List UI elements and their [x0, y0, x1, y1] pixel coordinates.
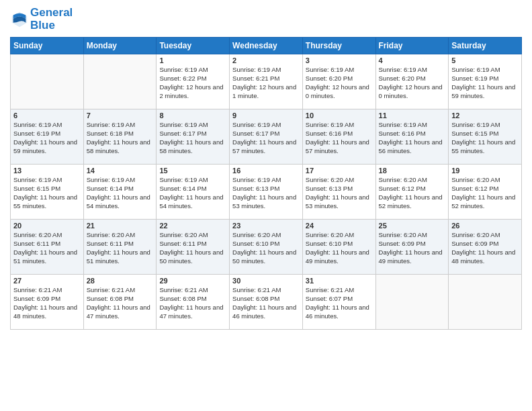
- cell-content: Sunrise: 6:19 AM Sunset: 6:15 PM Dayligh…: [13, 176, 81, 210]
- cell-content: Sunrise: 6:20 AM Sunset: 6:12 PM Dayligh…: [379, 176, 446, 210]
- calendar-cell: 4Sunrise: 6:19 AM Sunset: 6:20 PM Daylig…: [375, 54, 449, 109]
- weekday-header-monday: Monday: [83, 38, 157, 54]
- calendar-cell: 2Sunrise: 6:19 AM Sunset: 6:21 PM Daylig…: [230, 54, 303, 109]
- weekday-header-saturday: Saturday: [449, 38, 522, 54]
- cell-content: Sunrise: 6:19 AM Sunset: 6:19 PM Dayligh…: [451, 66, 519, 100]
- day-number: 7: [87, 111, 154, 120]
- weekday-header-thursday: Thursday: [302, 38, 375, 54]
- day-number: 1: [159, 56, 226, 64]
- calendar-cell: [83, 54, 157, 109]
- calendar-cell: 21Sunrise: 6:20 AM Sunset: 6:11 PM Dayli…: [83, 220, 157, 275]
- day-number: 29: [159, 277, 226, 285]
- day-number: 27: [13, 277, 81, 285]
- logo-icon: [10, 10, 29, 29]
- header: General Blue: [10, 7, 522, 32]
- calendar-cell: 25Sunrise: 6:20 AM Sunset: 6:09 PM Dayli…: [375, 220, 449, 275]
- day-number: 12: [451, 111, 519, 120]
- cell-content: Sunrise: 6:19 AM Sunset: 6:13 PM Dayligh…: [232, 176, 300, 210]
- cell-content: Sunrise: 6:19 AM Sunset: 6:19 PM Dayligh…: [13, 121, 81, 155]
- calendar-cell: [11, 54, 84, 109]
- day-number: 21: [87, 222, 154, 230]
- calendar-cell: 19Sunrise: 6:20 AM Sunset: 6:12 PM Dayli…: [449, 165, 522, 220]
- calendar-cell: [449, 275, 522, 330]
- day-number: 4: [379, 56, 446, 64]
- day-number: 2: [232, 56, 300, 64]
- cell-content: Sunrise: 6:19 AM Sunset: 6:14 PM Dayligh…: [87, 176, 154, 210]
- calendar-cell: 9Sunrise: 6:19 AM Sunset: 6:17 PM Daylig…: [230, 109, 303, 165]
- calendar-cell: 28Sunrise: 6:21 AM Sunset: 6:08 PM Dayli…: [83, 275, 157, 330]
- day-number: 5: [451, 56, 519, 64]
- day-number: 20: [13, 222, 81, 230]
- calendar-cell: 27Sunrise: 6:21 AM Sunset: 6:09 PM Dayli…: [11, 275, 84, 330]
- calendar-cell: 7Sunrise: 6:19 AM Sunset: 6:18 PM Daylig…: [83, 109, 157, 165]
- calendar-cell: 1Sunrise: 6:19 AM Sunset: 6:22 PM Daylig…: [157, 54, 230, 109]
- cell-content: Sunrise: 6:19 AM Sunset: 6:15 PM Dayligh…: [451, 121, 519, 155]
- day-number: 31: [306, 277, 373, 285]
- calendar-cell: 5Sunrise: 6:19 AM Sunset: 6:19 PM Daylig…: [449, 54, 522, 109]
- calendar-cell: 22Sunrise: 6:20 AM Sunset: 6:11 PM Dayli…: [157, 220, 230, 275]
- cell-content: Sunrise: 6:20 AM Sunset: 6:11 PM Dayligh…: [13, 231, 81, 265]
- page: General Blue SundayMondayTuesdayWednesda…: [0, 0, 532, 411]
- cell-content: Sunrise: 6:19 AM Sunset: 6:14 PM Dayligh…: [159, 176, 226, 210]
- cell-content: Sunrise: 6:19 AM Sunset: 6:16 PM Dayligh…: [379, 121, 446, 155]
- cell-content: Sunrise: 6:21 AM Sunset: 6:08 PM Dayligh…: [87, 286, 154, 320]
- calendar: SundayMondayTuesdayWednesdayThursdayFrid…: [10, 37, 522, 330]
- cell-content: Sunrise: 6:20 AM Sunset: 6:09 PM Dayligh…: [451, 231, 519, 265]
- day-number: 23: [232, 222, 300, 230]
- day-number: 14: [87, 167, 154, 175]
- week-row-2: 6Sunrise: 6:19 AM Sunset: 6:19 PM Daylig…: [11, 109, 522, 165]
- cell-content: Sunrise: 6:20 AM Sunset: 6:11 PM Dayligh…: [159, 231, 226, 265]
- calendar-cell: 15Sunrise: 6:19 AM Sunset: 6:14 PM Dayli…: [157, 165, 230, 220]
- logo-name: General: [30, 7, 73, 19]
- cell-content: Sunrise: 6:20 AM Sunset: 6:12 PM Dayligh…: [451, 176, 519, 210]
- cell-content: Sunrise: 6:19 AM Sunset: 6:22 PM Dayligh…: [159, 66, 226, 100]
- cell-content: Sunrise: 6:19 AM Sunset: 6:17 PM Dayligh…: [159, 121, 226, 155]
- calendar-cell: 10Sunrise: 6:19 AM Sunset: 6:16 PM Dayli…: [302, 109, 375, 165]
- cell-content: Sunrise: 6:19 AM Sunset: 6:20 PM Dayligh…: [306, 66, 373, 100]
- logo: General Blue: [10, 7, 73, 32]
- weekday-header-wednesday: Wednesday: [230, 38, 303, 54]
- cell-content: Sunrise: 6:21 AM Sunset: 6:07 PM Dayligh…: [306, 286, 373, 320]
- week-row-3: 13Sunrise: 6:19 AM Sunset: 6:15 PM Dayli…: [11, 165, 522, 220]
- day-number: 10: [306, 111, 373, 120]
- day-number: 3: [306, 56, 373, 64]
- weekday-header-friday: Friday: [375, 38, 449, 54]
- calendar-cell: 8Sunrise: 6:19 AM Sunset: 6:17 PM Daylig…: [157, 109, 230, 165]
- calendar-cell: 20Sunrise: 6:20 AM Sunset: 6:11 PM Dayli…: [11, 220, 84, 275]
- cell-content: Sunrise: 6:19 AM Sunset: 6:18 PM Dayligh…: [87, 121, 154, 155]
- cell-content: Sunrise: 6:21 AM Sunset: 6:08 PM Dayligh…: [159, 286, 226, 320]
- calendar-cell: 26Sunrise: 6:20 AM Sunset: 6:09 PM Dayli…: [449, 220, 522, 275]
- calendar-cell: 11Sunrise: 6:19 AM Sunset: 6:16 PM Dayli…: [375, 109, 449, 165]
- calendar-cell: 14Sunrise: 6:19 AM Sunset: 6:14 PM Dayli…: [83, 165, 157, 220]
- day-number: 22: [159, 222, 226, 230]
- calendar-cell: 31Sunrise: 6:21 AM Sunset: 6:07 PM Dayli…: [302, 275, 375, 330]
- day-number: 9: [232, 111, 300, 120]
- cell-content: Sunrise: 6:21 AM Sunset: 6:08 PM Dayligh…: [232, 286, 300, 320]
- weekday-header-tuesday: Tuesday: [157, 38, 230, 54]
- logo-text-block: General Blue: [30, 7, 73, 32]
- day-number: 17: [306, 167, 373, 175]
- cell-content: Sunrise: 6:20 AM Sunset: 6:09 PM Dayligh…: [379, 231, 446, 265]
- calendar-cell: 18Sunrise: 6:20 AM Sunset: 6:12 PM Dayli…: [375, 165, 449, 220]
- cell-content: Sunrise: 6:20 AM Sunset: 6:10 PM Dayligh…: [232, 231, 300, 265]
- day-number: 8: [159, 111, 226, 120]
- cell-content: Sunrise: 6:19 AM Sunset: 6:16 PM Dayligh…: [306, 121, 373, 155]
- week-row-4: 20Sunrise: 6:20 AM Sunset: 6:11 PM Dayli…: [11, 220, 522, 275]
- calendar-cell: 24Sunrise: 6:20 AM Sunset: 6:10 PM Dayli…: [302, 220, 375, 275]
- weekday-header-row: SundayMondayTuesdayWednesdayThursdayFrid…: [11, 38, 522, 54]
- day-number: 6: [13, 111, 81, 120]
- day-number: 25: [379, 222, 446, 230]
- cell-content: Sunrise: 6:19 AM Sunset: 6:17 PM Dayligh…: [232, 121, 300, 155]
- day-number: 18: [379, 167, 446, 175]
- calendar-cell: 12Sunrise: 6:19 AM Sunset: 6:15 PM Dayli…: [449, 109, 522, 165]
- calendar-cell: [375, 275, 449, 330]
- week-row-5: 27Sunrise: 6:21 AM Sunset: 6:09 PM Dayli…: [11, 275, 522, 330]
- day-number: 26: [451, 222, 519, 230]
- day-number: 24: [306, 222, 373, 230]
- calendar-cell: 6Sunrise: 6:19 AM Sunset: 6:19 PM Daylig…: [11, 109, 84, 165]
- calendar-cell: 30Sunrise: 6:21 AM Sunset: 6:08 PM Dayli…: [230, 275, 303, 330]
- day-number: 30: [232, 277, 300, 285]
- calendar-cell: 3Sunrise: 6:19 AM Sunset: 6:20 PM Daylig…: [302, 54, 375, 109]
- cell-content: Sunrise: 6:20 AM Sunset: 6:11 PM Dayligh…: [87, 231, 154, 265]
- logo-blue: Blue: [30, 19, 73, 32]
